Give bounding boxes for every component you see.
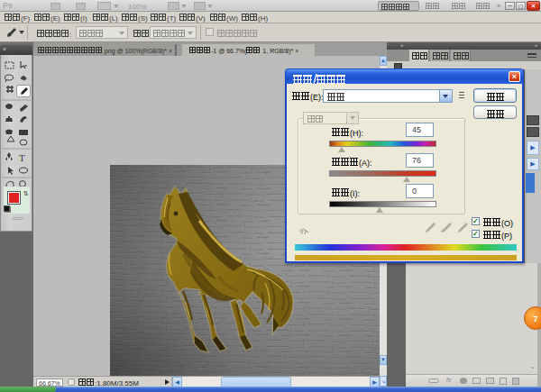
svg-text:-: - xyxy=(456,228,459,233)
svg-text:+: + xyxy=(440,228,444,233)
svg-text:T: T xyxy=(19,152,25,163)
